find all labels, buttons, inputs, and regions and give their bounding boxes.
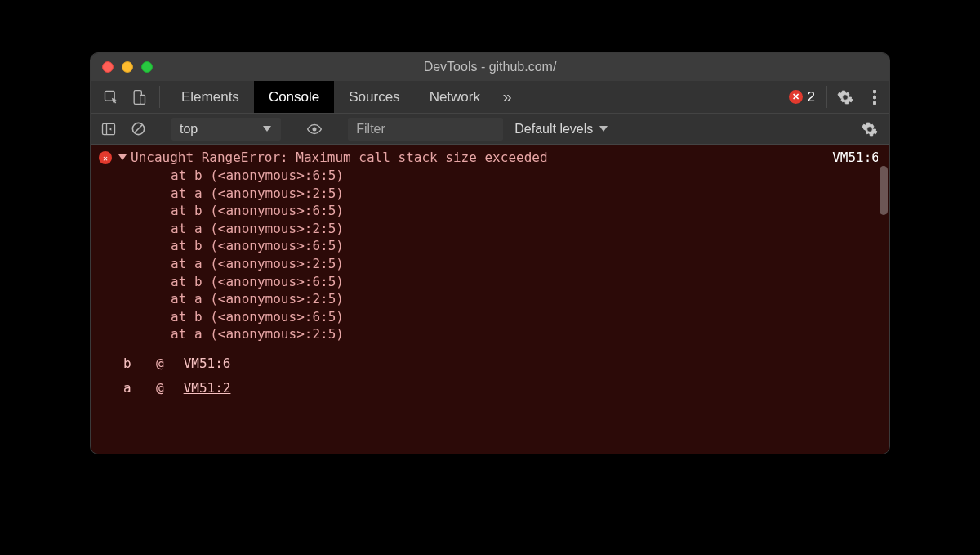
svg-point-5 bbox=[873, 101, 876, 105]
frame-at: @ bbox=[156, 376, 164, 401]
frame-source-link[interactable]: VM51:6 bbox=[184, 351, 231, 376]
execution-context-select[interactable]: top bbox=[172, 118, 281, 141]
error-count-badge[interactable]: ✕ 2 bbox=[781, 81, 823, 113]
error-badge-icon: ✕ bbox=[789, 90, 803, 104]
maximize-button[interactable] bbox=[141, 61, 153, 73]
console-settings-button[interactable] bbox=[855, 121, 884, 137]
tab-console[interactable]: Console bbox=[254, 81, 334, 113]
close-button[interactable] bbox=[102, 61, 114, 73]
chevron-down-icon bbox=[263, 126, 271, 132]
svg-rect-6 bbox=[103, 123, 115, 134]
scrollbar-track[interactable] bbox=[878, 145, 889, 454]
chevron-down-icon bbox=[599, 126, 608, 132]
live-expressions-button[interactable] bbox=[301, 120, 327, 138]
log-levels-select[interactable]: Default levels bbox=[506, 122, 616, 137]
tabs-overflow-button[interactable]: » bbox=[495, 81, 519, 113]
clear-console-button[interactable] bbox=[125, 121, 151, 137]
error-count: 2 bbox=[808, 89, 815, 105]
toggle-console-sidebar-button[interactable] bbox=[96, 121, 122, 137]
disclosure-triangle-icon[interactable] bbox=[118, 154, 127, 160]
call-frame-row: a@VM51:2 bbox=[123, 376, 880, 401]
execution-context-value: top bbox=[180, 122, 198, 137]
window-titlebar: DevTools - github.com/ bbox=[91, 53, 889, 81]
divider bbox=[159, 86, 160, 108]
tab-network[interactable]: Network bbox=[415, 81, 495, 113]
svg-rect-2 bbox=[140, 95, 145, 104]
frame-at: @ bbox=[156, 351, 164, 376]
divider bbox=[826, 86, 827, 108]
devtools-tabbar: Elements Console Sources Network » ✕ 2 bbox=[91, 81, 889, 114]
console-output: ✕ Uncaught RangeError: Maximum call stac… bbox=[91, 145, 889, 454]
svg-point-4 bbox=[873, 96, 876, 99]
frame-function: a bbox=[123, 376, 136, 401]
more-options-button[interactable] bbox=[860, 81, 889, 113]
scrollbar-thumb[interactable] bbox=[880, 166, 888, 215]
window-title: DevTools - github.com/ bbox=[91, 60, 889, 74]
error-source-link[interactable]: VM51:6 bbox=[832, 150, 880, 165]
error-text: Uncaught RangeError: Maximum call stack … bbox=[131, 150, 548, 165]
device-toolbar-icon[interactable] bbox=[125, 81, 153, 113]
error-icon: ✕ bbox=[99, 151, 112, 164]
error-call-frames: b@VM51:6a@VM51:2 bbox=[99, 343, 880, 401]
devtools-window: DevTools - github.com/ Elements Console … bbox=[90, 52, 890, 454]
log-levels-label: Default levels bbox=[514, 122, 593, 137]
tab-elements[interactable]: Elements bbox=[167, 81, 254, 113]
frame-function: b bbox=[123, 351, 136, 376]
error-stack-trace: at b (<anonymous>:6:5) at a (<anonymous>… bbox=[99, 167, 880, 343]
svg-point-3 bbox=[873, 90, 876, 93]
console-filter-input[interactable] bbox=[348, 118, 503, 141]
call-frame-row: b@VM51:6 bbox=[123, 351, 880, 376]
settings-button[interactable] bbox=[831, 81, 860, 113]
inspect-element-icon[interactable] bbox=[97, 81, 125, 113]
tab-sources[interactable]: Sources bbox=[334, 81, 414, 113]
console-error-message[interactable]: ✕ Uncaught RangeError: Maximum call stac… bbox=[99, 150, 880, 165]
frame-source-link[interactable]: VM51:2 bbox=[184, 376, 231, 401]
svg-point-8 bbox=[313, 127, 317, 131]
window-controls bbox=[91, 61, 153, 73]
console-toolbar: top Default levels bbox=[91, 114, 889, 145]
minimize-button[interactable] bbox=[122, 61, 133, 73]
